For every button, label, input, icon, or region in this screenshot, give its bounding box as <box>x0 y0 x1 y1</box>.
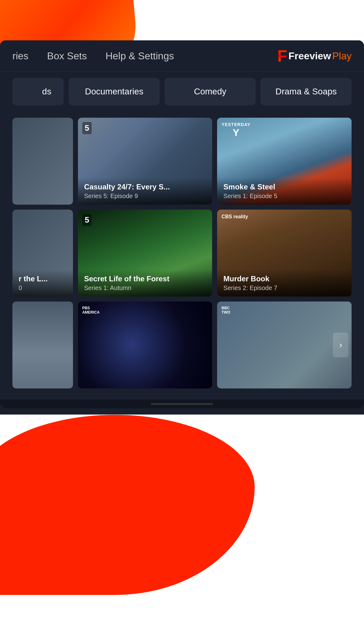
logo-play-text: Play <box>332 50 352 62</box>
card-rescue-image <box>217 302 352 388</box>
tv-screen: ries Box Sets Help & Settings F Freeview… <box>0 40 364 415</box>
card-partial-2[interactable]: r the L... 0 <box>12 210 73 297</box>
card-casualty-title: Casualty 24/7: Every S... <box>84 183 206 191</box>
categories-bar: ds Documentaries Comedy Drama & Soaps <box>0 72 364 111</box>
content-area: 5 Casualty 24/7: Every S... Series 5: Ep… <box>0 111 364 400</box>
bg-shape-bottom <box>0 415 255 595</box>
card-casualty-subtitle: Series 5: Episode 9 <box>84 193 206 200</box>
tv-stand-indicator <box>151 403 213 405</box>
channel-badge-bbc: BBC TWO <box>221 306 230 315</box>
channel-badge-cbs: CBS reality <box>221 214 248 220</box>
card-smoke-title: Smoke & Steel <box>223 183 345 191</box>
category-pill-documentaries[interactable]: Documentaries <box>69 78 160 105</box>
card-partial-3[interactable] <box>12 302 73 388</box>
tv-bottom-bar <box>0 400 364 408</box>
card-partial-1[interactable] <box>12 118 73 205</box>
channel-badge-yesterday: YESTERDAY Y <box>221 122 250 138</box>
content-row-3: PBS AMERICA BBC TWO › <box>12 302 352 388</box>
category-pill-drama[interactable]: Drama & Soaps <box>261 78 352 105</box>
nav-item-help[interactable]: Help & Settings <box>106 50 174 62</box>
nav-items: ries Box Sets Help & Settings <box>12 50 277 62</box>
card-murder-title: Murder Book <box>223 274 345 283</box>
card-partial-3-image <box>12 302 73 388</box>
card-forest-overlay: Secret Life of the Forest Series 1: Autu… <box>78 270 212 297</box>
card-smoke[interactable]: YESTERDAY Y Smoke & Steel Series 1: Epis… <box>217 118 352 205</box>
card-forest[interactable]: 5 Secret Life of the Forest Series 1: Au… <box>78 210 212 297</box>
content-row-1: 5 Casualty 24/7: Every S... Series 5: Ep… <box>12 118 352 205</box>
category-pill-trends[interactable]: ds <box>12 78 64 105</box>
category-pill-comedy[interactable]: Comedy <box>165 78 256 105</box>
freeview-logo: F FreeviewPlay <box>277 47 352 65</box>
card-murder-overlay: Murder Book Series 2: Episode 7 <box>217 270 352 297</box>
card-forest-title: Secret Life of the Forest <box>84 274 206 283</box>
card-partial-1-image <box>12 118 73 205</box>
card-forest-subtitle: Series 1: Autumn <box>84 284 206 292</box>
card-smoke-overlay: Smoke & Steel Series 1: Episode 5 <box>217 178 352 205</box>
card-rescue[interactable]: BBC TWO <box>217 302 352 388</box>
card-murder[interactable]: CBS reality Murder Book Series 2: Episod… <box>217 210 352 297</box>
card-murder-subtitle: Series 2: Episode 7 <box>223 284 345 292</box>
nav-item-boxsets[interactable]: Box Sets <box>47 50 87 62</box>
nav-next-arrow[interactable]: › <box>333 333 348 357</box>
channel-badge-pbs: PBS AMERICA <box>82 306 100 315</box>
channel-badge-5: 5 <box>82 122 92 134</box>
logo-f-letter: F <box>277 47 287 65</box>
channel-badge-5-forest: 5 <box>82 214 92 226</box>
card-partial-2-title: r the L... <box>19 274 67 283</box>
card-space[interactable]: PBS AMERICA <box>78 302 212 388</box>
logo-freeview-text: Freeview <box>289 50 331 62</box>
card-casualty[interactable]: 5 Casualty 24/7: Every S... Series 5: Ep… <box>78 118 212 205</box>
card-space-image <box>78 302 212 388</box>
nav-bar: ries Box Sets Help & Settings F Freeview… <box>0 40 364 72</box>
card-casualty-overlay: Casualty 24/7: Every S... Series 5: Epis… <box>78 178 212 205</box>
card-partial-2-subtitle: 0 <box>19 284 67 292</box>
card-smoke-subtitle: Series 1: Episode 5 <box>223 193 345 200</box>
nav-item-series[interactable]: ries <box>12 50 29 62</box>
card-partial-2-overlay: r the L... 0 <box>12 270 73 297</box>
content-row-2: r the L... 0 5 Secret Life of the Forest… <box>12 210 352 297</box>
